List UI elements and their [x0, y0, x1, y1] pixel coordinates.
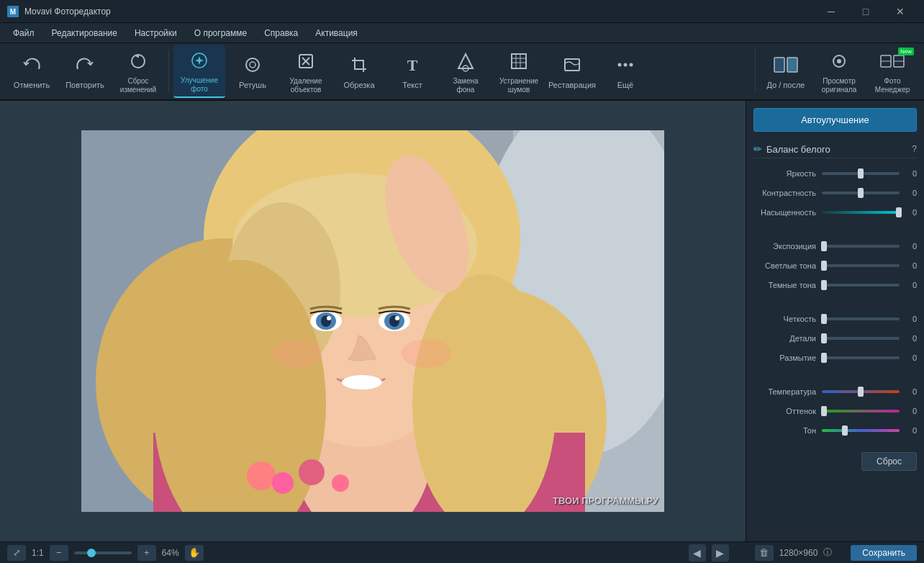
menu-edit[interactable]: Редактирование: [45, 25, 124, 41]
white-balance-section: ✏ Баланс белого ?: [753, 140, 917, 158]
saturation-slider[interactable]: [822, 211, 900, 214]
menu-help[interactable]: Справка: [257, 25, 305, 41]
highlights-slider[interactable]: [822, 264, 900, 267]
titlebar: M Movavi Фоторедактор ─ □ ✕: [0, 0, 924, 23]
temperature-slider[interactable]: [822, 390, 900, 393]
svg-point-5: [250, 62, 255, 68]
menu-settings[interactable]: Настройки: [127, 25, 184, 41]
clarity-row: Четкость 0: [753, 311, 917, 327]
reset-button[interactable]: Сброс изменений: [112, 45, 164, 98]
spacer-3: [753, 374, 917, 379]
window-title: Movavi Фоторедактор: [24, 6, 815, 17]
minimize-button[interactable]: ─: [815, 0, 848, 23]
enhance-label: Улучшение фото: [181, 76, 218, 94]
details-slider[interactable]: [822, 337, 900, 340]
zoom-1-1-label[interactable]: 1:1: [32, 548, 44, 558]
sliders-group-2: Экспозиция 0 Светлые тона 0 Темные тона: [753, 238, 917, 297]
hand-tool-button[interactable]: ✋: [185, 545, 204, 561]
remove-objects-label: Удаление объектов: [289, 77, 322, 94]
info-icon[interactable]: ⓘ: [823, 546, 832, 559]
zoom-out-button[interactable]: −: [50, 545, 68, 561]
crop-label: Обрезка: [343, 81, 374, 90]
photo-manager-button[interactable]: New Фото Менеджер: [866, 45, 918, 98]
clarity-value: 0: [900, 315, 917, 323]
prev-image-button[interactable]: ◀: [689, 544, 706, 562]
restore-button[interactable]: Реставрация: [546, 45, 598, 98]
svg-point-53: [272, 339, 322, 368]
blur-label: Размытие: [753, 353, 822, 362]
retouch-icon: [240, 52, 266, 78]
zoom-value-label: 64%: [162, 548, 179, 558]
menu-about[interactable]: О программе: [187, 25, 254, 41]
blur-value: 0: [900, 353, 917, 362]
svg-rect-21: [774, 58, 784, 72]
more-label: Ещё: [617, 81, 634, 90]
svg-text:M: M: [10, 8, 16, 16]
zoom-in-button[interactable]: +: [137, 545, 156, 561]
enhance-button[interactable]: Улучшение фото: [173, 45, 225, 98]
pencil-icon: ✏: [753, 143, 762, 155]
blur-row: Размытие 0: [753, 350, 917, 366]
tint-row: Оттенок 0: [753, 403, 917, 419]
reset-icon: [125, 48, 151, 74]
retouch-button[interactable]: Ретушь: [227, 45, 278, 98]
canvas-area[interactable]: ТВОИ ПРОГРАММЫ.РУ: [0, 101, 746, 541]
view-original-button[interactable]: Просмотр оригинала: [813, 45, 865, 98]
toolbar-divider-1: [168, 50, 169, 93]
contrast-slider[interactable]: [822, 192, 900, 194]
svg-point-20: [630, 63, 633, 67]
blur-slider[interactable]: [822, 356, 900, 359]
svg-point-57: [272, 472, 294, 494]
more-button[interactable]: Ещё: [599, 45, 651, 98]
toolbar-divider-2: [755, 50, 756, 93]
before-after-button[interactable]: До / после: [760, 45, 812, 98]
fit-button[interactable]: ⤢: [7, 545, 26, 561]
remove-objects-button[interactable]: Удаление объектов: [280, 45, 332, 98]
text-label: Текст: [402, 81, 422, 90]
img-size-label: 1280×960: [779, 548, 818, 558]
zoom-slider[interactable]: [74, 551, 132, 554]
menu-activate[interactable]: Активация: [308, 25, 365, 41]
clarity-label: Четкость: [753, 315, 822, 323]
highlights-label: Светлые тона: [753, 261, 822, 270]
svg-point-52: [342, 375, 382, 389]
panel-reset-button[interactable]: Сброс: [861, 452, 917, 471]
crop-icon: [346, 52, 372, 78]
crop-button[interactable]: Обрезка: [333, 45, 385, 98]
tint-slider[interactable]: [822, 410, 900, 413]
retouch-label: Ретушь: [239, 81, 266, 90]
maximize-button[interactable]: □: [849, 0, 882, 23]
menu-file[interactable]: Файл: [6, 25, 42, 41]
bg-replace-button[interactable]: Замена фона: [440, 45, 492, 98]
shadows-label: Темные тона: [753, 281, 822, 289]
text-button[interactable]: T Текст: [386, 45, 438, 98]
delete-button[interactable]: 🗑: [755, 545, 774, 561]
svg-point-51: [395, 316, 399, 320]
clarity-slider[interactable]: [822, 317, 900, 320]
spacer-2: [753, 301, 917, 307]
saturation-row: Насыщенность 0: [753, 204, 917, 220]
close-button[interactable]: ✕: [884, 0, 917, 23]
save-button[interactable]: Сохранить: [851, 545, 917, 561]
help-button[interactable]: ?: [912, 144, 917, 154]
brightness-slider[interactable]: [822, 172, 900, 175]
toolbar-right: До / после Просмотр оригинала New Фото М…: [752, 45, 918, 98]
undo-icon: [19, 52, 45, 78]
photo-manager-label: Фото Менеджер: [875, 77, 910, 94]
svg-point-19: [624, 63, 628, 67]
auto-enhance-button[interactable]: Автоулучшение: [753, 108, 917, 132]
tone-slider[interactable]: [822, 429, 900, 432]
shadows-slider[interactable]: [822, 284, 900, 287]
next-image-button[interactable]: ▶: [712, 544, 729, 562]
denoise-button[interactable]: Устранение шумов: [493, 45, 545, 98]
more-icon: [612, 52, 638, 78]
undo-button[interactable]: Отменить: [6, 45, 58, 98]
svg-point-18: [618, 63, 622, 67]
svg-point-24: [837, 59, 841, 63]
exposure-slider[interactable]: [822, 245, 900, 248]
redo-button[interactable]: Повторить: [59, 45, 111, 98]
photo-canvas: ТВОИ ПРОГРАММЫ.РУ: [81, 130, 664, 512]
white-balance-label: Баланс белого: [766, 144, 907, 155]
temperature-value: 0: [900, 387, 917, 396]
tint-label: Оттенок: [753, 407, 822, 415]
